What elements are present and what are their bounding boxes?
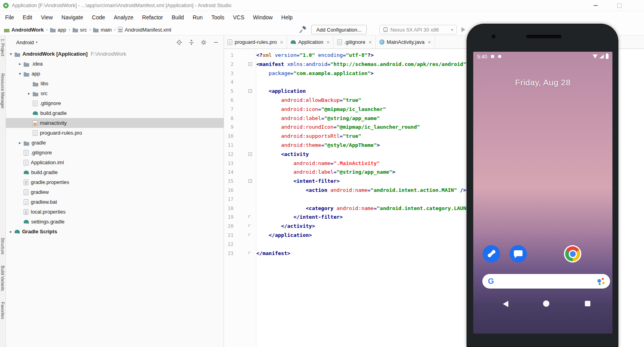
build-hammer-icon[interactable] [299, 25, 308, 34]
tool-stripe-button[interactable]: 1: Project [0, 39, 5, 56]
android-nav-bar [473, 300, 612, 309]
add-configuration-button[interactable]: Add Configuration... [311, 25, 367, 34]
menu-item-analyze[interactable]: Analyze [110, 11, 138, 24]
breadcrumb-item[interactable]: src [73, 27, 87, 33]
device-selector-dropdown[interactable]: Nexus 5X API 30 x86 ▾ [379, 25, 457, 34]
tree-item-label: AndroidWork [Application] [22, 51, 88, 57]
code-token [256, 160, 293, 166]
code-token: </intent-filter> [293, 214, 343, 220]
menu-item-navigate[interactable]: Navigate [57, 11, 88, 24]
menu-item-run[interactable]: Run [188, 11, 207, 24]
fold-end-icon[interactable] [248, 252, 251, 254]
tree-item[interactable]: mainactivity [6, 118, 224, 128]
menu-item-vcs[interactable]: VCS [229, 11, 249, 24]
collapse-all-button[interactable] [188, 39, 194, 45]
tree-item[interactable]: build.gradle [6, 108, 224, 118]
tree-item[interactable]: ▸gradle [6, 138, 224, 148]
locate-file-button[interactable] [176, 39, 182, 45]
line-number: 5 [224, 87, 233, 96]
line-number: 12 [224, 150, 233, 159]
fold-end-icon[interactable] [248, 216, 251, 218]
tool-stripe-button[interactable]: Favorites [0, 302, 5, 319]
menu-item-edit[interactable]: Edit [19, 11, 37, 24]
tree-item[interactable]: gradlew [6, 187, 224, 197]
editor-tab[interactable]: Application× [287, 36, 334, 49]
tree-item[interactable]: proguard-rules.pro [6, 128, 224, 138]
close-icon[interactable]: × [327, 39, 330, 45]
back-button[interactable] [503, 301, 508, 307]
tool-stripe-bottom: StructureBuild VariantsFavorites [0, 238, 6, 319]
menu-item-refactor[interactable]: Refactor [138, 11, 167, 24]
tree-item[interactable]: local.properties [6, 207, 224, 217]
tree-item[interactable]: build.gradle [6, 167, 224, 177]
close-icon[interactable]: × [368, 39, 371, 45]
tree-item-hint: F:\AndroidWork [91, 51, 126, 57]
messages-app-icon[interactable] [510, 245, 527, 263]
tree-item[interactable]: ▸src [6, 88, 224, 98]
menu-item-file[interactable]: File [1, 11, 19, 24]
minimize-window-icon[interactable] [591, 2, 600, 9]
editor-tab[interactable]: .gitignore× [334, 36, 376, 49]
phone-app-icon[interactable] [483, 245, 500, 263]
tree-item[interactable]: libs [6, 79, 224, 88]
editor-tab[interactable]: proguard-rules.pro× [224, 36, 287, 49]
emulator-screen[interactable]: 5:40 Friday, Aug 28 G [473, 52, 612, 334]
settings-gear-icon[interactable] [200, 39, 207, 45]
tool-stripe-button[interactable]: Structure [0, 238, 5, 255]
menu-item-build[interactable]: Build [167, 11, 188, 24]
breadcrumb-item[interactable]: AndroidWork [4, 27, 44, 33]
run-button[interactable] [461, 27, 465, 32]
tree-item[interactable]: .gitignore [6, 148, 224, 158]
editor-tab[interactable]: MainActivity.java× [376, 36, 435, 49]
menu-item-code[interactable]: Code [88, 11, 109, 24]
tree-item-label: local.properties [31, 209, 65, 215]
breadcrumb-item[interactable]: app [50, 27, 66, 33]
code-token: = [290, 70, 293, 76]
tree-item[interactable]: settings.gradle [6, 217, 224, 227]
chevron-right-icon[interactable]: ▸ [17, 62, 22, 66]
tree-item[interactable]: ▾app [6, 69, 224, 79]
tree-item[interactable]: ▾AndroidWork [Application]F:\AndroidWork [6, 49, 224, 59]
code-token: encoding [318, 52, 343, 58]
code-token: = [327, 61, 330, 67]
recents-button[interactable] [585, 301, 590, 306]
breadcrumb-item[interactable]: AndroidManifest.xml [118, 27, 171, 33]
assistant-mic-icon[interactable] [597, 278, 605, 285]
close-icon[interactable]: × [427, 39, 431, 45]
project-panel-header: Android ▾ [6, 36, 224, 49]
tree-item[interactable]: .gitignore [6, 98, 224, 108]
chrome-app-icon[interactable] [564, 245, 581, 263]
file-icon [24, 199, 28, 205]
code-token: xml [263, 52, 275, 58]
chevron-right-icon[interactable]: ▸ [17, 141, 22, 145]
hide-panel-icon[interactable] [213, 39, 219, 45]
menu-item-view[interactable]: View [37, 11, 57, 24]
google-search-bar[interactable]: G [482, 274, 610, 289]
tree-item[interactable]: gradle.properties [6, 177, 224, 187]
fold-end-icon[interactable] [248, 234, 251, 236]
tree-item[interactable]: ▸.idea [6, 59, 224, 69]
menu-item-help[interactable]: Help [277, 11, 297, 24]
fold-minus-icon[interactable]: − [248, 62, 252, 66]
menu-item-window[interactable]: Window [249, 11, 277, 24]
home-button[interactable] [543, 300, 549, 307]
fold-minus-icon[interactable]: − [248, 89, 252, 93]
tree-item[interactable]: gradlew.bat [6, 197, 224, 207]
close-icon[interactable]: × [280, 39, 283, 45]
fold-end-icon[interactable] [248, 225, 251, 227]
maximize-window-icon[interactable] [615, 2, 623, 9]
code-token [256, 214, 293, 220]
breadcrumb-item[interactable]: main [93, 27, 112, 33]
tool-stripe-button[interactable]: Build Variants [0, 266, 5, 291]
chevron-right-icon[interactable]: ▸ [26, 91, 32, 96]
fold-minus-icon[interactable]: − [248, 179, 252, 183]
tool-stripe-button[interactable]: Resource Manager [0, 73, 5, 109]
fold-minus-icon[interactable]: − [248, 152, 252, 156]
chevron-down-icon[interactable]: ▾ [17, 71, 22, 76]
menu-item-tools[interactable]: Tools [207, 11, 229, 24]
project-view-selector[interactable]: Android ▾ [16, 39, 37, 45]
chevron-down-icon[interactable]: ▾ [8, 52, 13, 56]
tree-item[interactable]: Application.iml [6, 158, 224, 167]
tree-item[interactable]: ▸Gradle Scripts [6, 227, 224, 236]
chevron-right-icon[interactable]: ▸ [8, 229, 13, 234]
